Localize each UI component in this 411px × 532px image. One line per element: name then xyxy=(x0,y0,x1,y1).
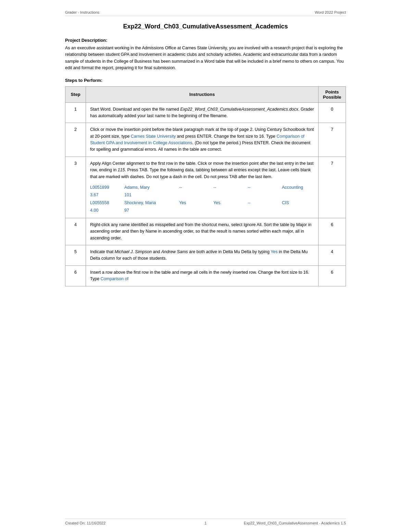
data-name-1: Adams, Mary xyxy=(124,184,172,191)
footer-right: Exp22_Word_Ch03_CumulativeAssessment - A… xyxy=(244,521,346,525)
step-number-5: 5 xyxy=(65,245,86,266)
step-3-instructions: Apply Align Center alignment to the firs… xyxy=(86,157,319,218)
step-6-instructions: Insert a row above the first row in the … xyxy=(86,265,319,286)
data-col4-1: -- xyxy=(213,184,241,191)
data-name-2: Shockney, Maria xyxy=(124,199,172,207)
header-right: Word 2022 Project xyxy=(315,10,346,14)
table-row: 5 Indicate that Michael J. Simpson and A… xyxy=(65,245,346,266)
data-col5-2: -- xyxy=(248,199,275,207)
col-header-step: Step xyxy=(65,86,86,102)
step-3-points: 7 xyxy=(319,157,346,218)
blue-comparison-of: Comparison of xyxy=(101,276,128,281)
project-description: As an executive assistant working in the… xyxy=(65,45,346,72)
italic-115: 115 xyxy=(118,168,125,172)
col-header-points: PointsPossible xyxy=(319,86,346,102)
footer-left: Created On: 11/16/2022 xyxy=(65,521,105,525)
step-1-instructions: Start Word. Download and open the file n… xyxy=(86,102,319,123)
step-2-instructions: Click or move the insertion point before… xyxy=(86,123,319,157)
step-number-1: 1 xyxy=(65,102,86,123)
page-title: Exp22_Word_Ch03_CumulativeAssessment_Aca… xyxy=(65,23,346,30)
project-description-label: Project Description: xyxy=(65,38,346,43)
table-row: 6 Insert a row above the first row in th… xyxy=(65,265,346,286)
col-header-instructions: Instructions xyxy=(86,86,319,102)
italic-andrew: Andrew Sams xyxy=(161,249,188,254)
step-5-points: 4 xyxy=(319,245,346,266)
step-number-2: 2 xyxy=(65,123,86,157)
instructions-table: Step Instructions PointsPossible 1 Start… xyxy=(65,86,346,286)
blue-text-comparison: Comparison of Student GPA and Involvemen… xyxy=(90,134,304,145)
data-gpa-2: 4.00 xyxy=(90,207,117,214)
data-score-2: 97 xyxy=(124,207,152,214)
step-6-points: 6 xyxy=(319,265,346,286)
table-row: 3 Apply Align Center alignment to the fi… xyxy=(65,157,346,218)
page-container: Grader - Instructions Word 2022 Project … xyxy=(51,0,360,532)
data-line-2b: 4.00 97 xyxy=(90,207,314,214)
filename-italic: Exp22_Word_Ch03_CumulativeAssessment_Aca… xyxy=(180,107,298,112)
data-major-2: CIS xyxy=(282,199,289,207)
data-line-2: L0055558 Shockney, Maria Yes Yes -- CIS xyxy=(90,199,314,207)
blue-text-carnes: Carnes State University xyxy=(131,134,176,139)
data-line-1: L0051899 Adams, Mary -- -- -- Accounting xyxy=(90,184,314,191)
data-score-1: 101 xyxy=(124,191,152,199)
data-col3-1: -- xyxy=(179,184,207,191)
step-number-3: 3 xyxy=(65,157,86,218)
footer-bar: Created On: 11/16/2022 1 Exp22_Word_Ch03… xyxy=(65,519,346,525)
data-col5-1: -- xyxy=(248,184,275,191)
data-gpa-1: 3.67 xyxy=(90,191,117,199)
header-bar: Grader - Instructions Word 2022 Project xyxy=(65,10,346,16)
footer-center: 1 xyxy=(204,521,207,525)
data-major-1: Accounting xyxy=(282,184,303,191)
step-number-4: 4 xyxy=(65,218,86,245)
step-1-points: 0 xyxy=(319,102,346,123)
data-block: L0051899 Adams, Mary -- -- -- Accounting… xyxy=(90,184,314,214)
steps-label: Steps to Perform: xyxy=(65,78,346,83)
data-line-1b: 3.67 101 xyxy=(90,191,314,199)
italic-michael: Michael J. Simpson xyxy=(115,249,152,254)
table-row: 2 Click or move the insertion point befo… xyxy=(65,123,346,157)
table-header-row: Step Instructions PointsPossible xyxy=(65,86,346,102)
step-4-instructions: Right-click any name identified as missp… xyxy=(86,218,319,245)
data-col4-2: Yes xyxy=(213,199,241,207)
step-5-instructions: Indicate that Michael J. Simpson and And… xyxy=(86,245,319,266)
step-4-points: 6 xyxy=(319,218,346,245)
data-id-2: L0055558 xyxy=(90,199,117,207)
data-col3-2: Yes xyxy=(179,199,207,207)
table-row: 4 Right-click any name identified as mis… xyxy=(65,218,346,245)
step-2-points: 7 xyxy=(319,123,346,157)
table-row: 1 Start Word. Download and open the file… xyxy=(65,102,346,123)
header-left: Grader - Instructions xyxy=(65,10,99,14)
step-number-6: 6 xyxy=(65,265,86,286)
blue-yes: Yes xyxy=(271,249,277,254)
data-id-1: L0051899 xyxy=(90,184,117,191)
